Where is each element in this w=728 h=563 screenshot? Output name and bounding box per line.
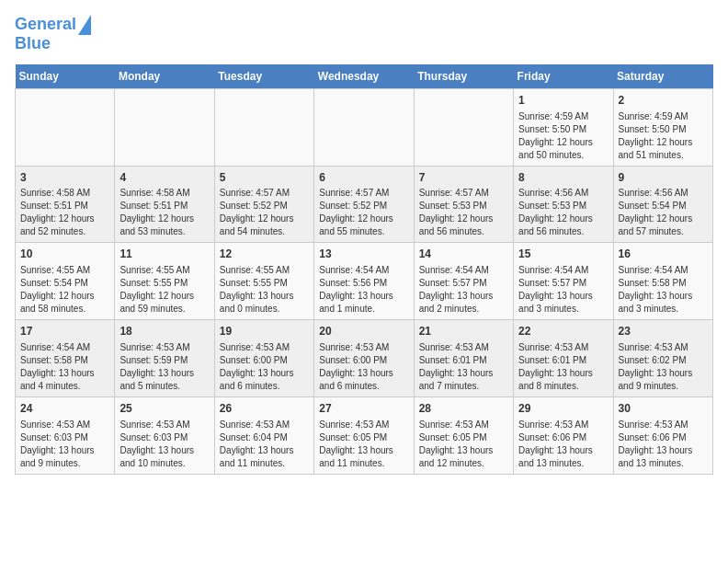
day-info: Sunrise: 4:56 AM Sunset: 5:54 PM Dayligh… xyxy=(619,187,708,238)
header-tuesday: Tuesday xyxy=(214,64,313,89)
day-number: 13 xyxy=(319,247,408,262)
day-info: Sunrise: 4:57 AM Sunset: 5:52 PM Dayligh… xyxy=(220,187,309,238)
day-cell-0-1 xyxy=(115,88,214,166)
day-number: 30 xyxy=(619,401,708,417)
logo-triangle-icon xyxy=(78,15,91,35)
day-number: 7 xyxy=(419,170,508,186)
day-number: 15 xyxy=(518,247,608,262)
week-row-1: 1Sunrise: 4:59 AM Sunset: 5:50 PM Daylig… xyxy=(16,88,713,166)
page-header: General Blue xyxy=(15,15,713,53)
day-cell-2-1: 11Sunrise: 4:55 AM Sunset: 5:55 PM Dayli… xyxy=(115,243,214,320)
day-cell-3-3: 20Sunrise: 4:53 AM Sunset: 6:00 PM Dayli… xyxy=(314,320,414,397)
day-number: 16 xyxy=(619,247,708,262)
day-number: 21 xyxy=(419,324,508,339)
day-cell-2-5: 15Sunrise: 4:54 AM Sunset: 5:57 PM Dayli… xyxy=(514,243,613,320)
day-number: 22 xyxy=(518,324,608,339)
week-row-5: 24Sunrise: 4:53 AM Sunset: 6:03 PM Dayli… xyxy=(16,396,713,474)
day-cell-0-5: 1Sunrise: 4:59 AM Sunset: 5:50 PM Daylig… xyxy=(514,88,613,166)
day-info: Sunrise: 4:54 AM Sunset: 5:57 PM Dayligh… xyxy=(419,264,508,316)
day-number: 9 xyxy=(619,170,708,186)
day-number: 14 xyxy=(419,247,508,262)
day-cell-4-3: 27Sunrise: 4:53 AM Sunset: 6:05 PM Dayli… xyxy=(314,396,414,474)
day-cell-1-0: 3Sunrise: 4:58 AM Sunset: 5:51 PM Daylig… xyxy=(16,166,115,243)
day-info: Sunrise: 4:53 AM Sunset: 5:59 PM Dayligh… xyxy=(119,341,209,393)
day-info: Sunrise: 4:53 AM Sunset: 6:01 PM Dayligh… xyxy=(518,341,608,393)
header-friday: Friday xyxy=(514,64,613,89)
day-cell-2-4: 14Sunrise: 4:54 AM Sunset: 5:57 PM Dayli… xyxy=(414,243,513,320)
day-number: 8 xyxy=(518,170,608,186)
logo: General Blue xyxy=(15,15,91,53)
day-info: Sunrise: 4:54 AM Sunset: 5:58 PM Dayligh… xyxy=(20,341,109,393)
day-info: Sunrise: 4:54 AM Sunset: 5:58 PM Dayligh… xyxy=(619,264,708,316)
week-row-4: 17Sunrise: 4:54 AM Sunset: 5:58 PM Dayli… xyxy=(16,320,713,397)
day-cell-4-1: 25Sunrise: 4:53 AM Sunset: 6:03 PM Dayli… xyxy=(115,396,214,474)
day-cell-0-2 xyxy=(214,88,313,166)
day-info: Sunrise: 4:58 AM Sunset: 5:51 PM Dayligh… xyxy=(20,187,109,238)
day-info: Sunrise: 4:59 AM Sunset: 5:50 PM Dayligh… xyxy=(619,110,708,162)
day-cell-3-5: 22Sunrise: 4:53 AM Sunset: 6:01 PM Dayli… xyxy=(514,320,613,397)
header-sunday: Sunday xyxy=(16,64,115,89)
day-number: 28 xyxy=(419,401,508,417)
day-info: Sunrise: 4:57 AM Sunset: 5:53 PM Dayligh… xyxy=(419,187,508,238)
day-info: Sunrise: 4:54 AM Sunset: 5:56 PM Dayligh… xyxy=(319,264,408,316)
day-cell-3-0: 17Sunrise: 4:54 AM Sunset: 5:58 PM Dayli… xyxy=(16,320,115,397)
day-cell-3-6: 23Sunrise: 4:53 AM Sunset: 6:02 PM Dayli… xyxy=(613,320,712,397)
day-number: 4 xyxy=(119,170,209,186)
day-number: 27 xyxy=(319,401,408,417)
header-thursday: Thursday xyxy=(414,64,513,89)
day-number: 18 xyxy=(119,324,209,339)
day-cell-4-0: 24Sunrise: 4:53 AM Sunset: 6:03 PM Dayli… xyxy=(16,396,115,474)
day-info: Sunrise: 4:53 AM Sunset: 6:03 PM Dayligh… xyxy=(119,419,209,470)
day-info: Sunrise: 4:53 AM Sunset: 6:05 PM Dayligh… xyxy=(319,419,408,470)
day-number: 12 xyxy=(220,247,309,262)
day-cell-2-0: 10Sunrise: 4:55 AM Sunset: 5:54 PM Dayli… xyxy=(16,243,115,320)
day-cell-3-1: 18Sunrise: 4:53 AM Sunset: 5:59 PM Dayli… xyxy=(115,320,214,397)
day-info: Sunrise: 4:54 AM Sunset: 5:57 PM Dayligh… xyxy=(518,264,608,316)
header-wednesday: Wednesday xyxy=(314,64,414,89)
day-info: Sunrise: 4:59 AM Sunset: 5:50 PM Dayligh… xyxy=(518,110,608,162)
day-cell-0-4 xyxy=(414,88,513,166)
day-cell-2-6: 16Sunrise: 4:54 AM Sunset: 5:58 PM Dayli… xyxy=(613,243,712,320)
day-info: Sunrise: 4:55 AM Sunset: 5:55 PM Dayligh… xyxy=(220,264,309,316)
day-cell-2-2: 12Sunrise: 4:55 AM Sunset: 5:55 PM Dayli… xyxy=(214,243,313,320)
day-number: 11 xyxy=(119,247,209,262)
day-cell-3-4: 21Sunrise: 4:53 AM Sunset: 6:01 PM Dayli… xyxy=(414,320,513,397)
day-number: 10 xyxy=(20,247,109,262)
day-cell-1-3: 6Sunrise: 4:57 AM Sunset: 5:52 PM Daylig… xyxy=(314,166,414,243)
day-cell-4-6: 30Sunrise: 4:53 AM Sunset: 6:06 PM Dayli… xyxy=(613,396,712,474)
day-info: Sunrise: 4:53 AM Sunset: 6:06 PM Dayligh… xyxy=(518,419,608,470)
day-info: Sunrise: 4:53 AM Sunset: 6:00 PM Dayligh… xyxy=(319,341,408,393)
day-number: 3 xyxy=(20,170,109,186)
day-cell-0-3 xyxy=(314,88,414,166)
day-number: 26 xyxy=(220,401,309,417)
day-number: 5 xyxy=(220,170,309,186)
day-cell-1-5: 8Sunrise: 4:56 AM Sunset: 5:53 PM Daylig… xyxy=(514,166,613,243)
day-info: Sunrise: 4:53 AM Sunset: 6:00 PM Dayligh… xyxy=(220,341,309,393)
day-cell-1-4: 7Sunrise: 4:57 AM Sunset: 5:53 PM Daylig… xyxy=(414,166,513,243)
day-cell-2-3: 13Sunrise: 4:54 AM Sunset: 5:56 PM Dayli… xyxy=(314,243,414,320)
day-info: Sunrise: 4:53 AM Sunset: 6:02 PM Dayligh… xyxy=(619,341,708,393)
day-number: 17 xyxy=(20,324,109,339)
logo-text-general: General xyxy=(15,16,76,34)
day-info: Sunrise: 4:53 AM Sunset: 6:04 PM Dayligh… xyxy=(220,419,309,470)
day-number: 25 xyxy=(119,401,209,417)
calendar-table: SundayMondayTuesdayWednesdayThursdayFrid… xyxy=(15,64,713,475)
calendar-header-row: SundayMondayTuesdayWednesdayThursdayFrid… xyxy=(16,64,713,89)
day-info: Sunrise: 4:58 AM Sunset: 5:51 PM Dayligh… xyxy=(119,187,209,238)
day-number: 6 xyxy=(319,170,408,186)
day-cell-3-2: 19Sunrise: 4:53 AM Sunset: 6:00 PM Dayli… xyxy=(214,320,313,397)
day-info: Sunrise: 4:55 AM Sunset: 5:55 PM Dayligh… xyxy=(119,264,209,316)
day-info: Sunrise: 4:53 AM Sunset: 6:01 PM Dayligh… xyxy=(419,341,508,393)
day-cell-4-2: 26Sunrise: 4:53 AM Sunset: 6:04 PM Dayli… xyxy=(214,396,313,474)
week-row-2: 3Sunrise: 4:58 AM Sunset: 5:51 PM Daylig… xyxy=(16,166,713,243)
day-number: 2 xyxy=(619,93,708,109)
day-cell-0-0 xyxy=(16,88,115,166)
logo-text-blue: Blue xyxy=(15,35,51,53)
day-cell-4-4: 28Sunrise: 4:53 AM Sunset: 6:05 PM Dayli… xyxy=(414,396,513,474)
day-number: 29 xyxy=(518,401,608,417)
day-number: 23 xyxy=(619,324,708,339)
day-info: Sunrise: 4:57 AM Sunset: 5:52 PM Dayligh… xyxy=(319,187,408,238)
day-number: 24 xyxy=(20,401,109,417)
day-info: Sunrise: 4:56 AM Sunset: 5:53 PM Dayligh… xyxy=(518,187,608,238)
week-row-3: 10Sunrise: 4:55 AM Sunset: 5:54 PM Dayli… xyxy=(16,243,713,320)
